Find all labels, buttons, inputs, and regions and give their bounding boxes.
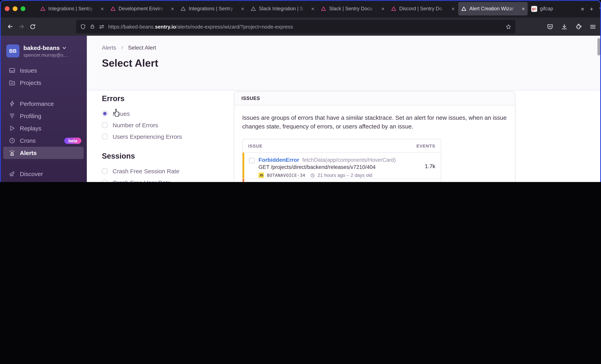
profiling-icon — [9, 113, 15, 119]
radio-users-experiencing-errors[interactable]: Users Experiencing Errors — [102, 131, 225, 142]
radio-dot[interactable] — [102, 134, 108, 140]
tab-title: Slack Integration | S — [259, 6, 309, 11]
menu-hamburger-icon[interactable] — [590, 23, 596, 30]
tab-title: Slack | Sentry Docu — [329, 6, 379, 11]
tab-gifcap[interactable]: gc gifcap — [529, 2, 581, 15]
traffic-lights — [5, 6, 25, 11]
table-row: ForbiddenErrorfetchData(app/components/H… — [243, 153, 441, 179]
org-name: baked-beans — [23, 44, 60, 51]
pocket-icon[interactable] — [547, 23, 553, 30]
sidebar-item-label: Issues — [20, 67, 37, 74]
tab-close-icon[interactable]: × — [101, 6, 104, 11]
breadcrumb-alerts-link[interactable]: Alerts — [102, 44, 116, 51]
issue-preview-table: ISSUE EVENTS ForbiddenErrorfetchData(app… — [242, 139, 441, 182]
breadcrumb: Alerts Select Alert — [102, 44, 601, 51]
tab-integrations-2[interactable]: Integrations | Sentry × — [178, 2, 247, 15]
sidebar-item-issues[interactable]: Issues — [3, 64, 84, 77]
browser-window: Integrations | Sentry × Development Envi… — [0, 0, 601, 182]
performance-lightning-icon — [9, 100, 15, 107]
url-text[interactable]: https://baked-beans.sentry.io/alerts/nod… — [108, 24, 502, 30]
radio-dot[interactable] — [102, 111, 108, 117]
tab-slack-integration[interactable]: Slack Integration | S × — [248, 2, 317, 15]
tab-strip: Integrations | Sentry × Development Envi… — [37, 0, 581, 18]
bookmark-star-icon[interactable] — [505, 24, 511, 30]
sidebar-item-projects[interactable]: Projects — [3, 77, 84, 89]
sidebar-item-replays[interactable]: Replays — [3, 122, 84, 134]
tab-alert-creation-wizard[interactable]: Alert Creation Wizar × — [458, 2, 528, 15]
tab-close-icon[interactable]: × — [171, 6, 174, 11]
tab-slack-docs[interactable]: Slack | Sentry Docu × — [318, 2, 387, 15]
replays-play-icon — [9, 125, 15, 132]
sentry-tab-icon — [110, 6, 116, 11]
back-icon[interactable] — [5, 21, 16, 32]
tab-close-icon[interactable]: × — [311, 6, 314, 11]
shield-icon[interactable] — [80, 24, 86, 30]
close-window-button[interactable] — [5, 6, 10, 11]
page-scrollbar[interactable] — [597, 38, 600, 56]
tab-close-icon[interactable]: × — [381, 6, 385, 11]
platform-js-icon: JS — [259, 172, 264, 178]
beta-badge: beta — [64, 137, 81, 144]
tab-integrations-1[interactable]: Integrations | Sentry × — [37, 2, 107, 15]
tab-close-icon[interactable]: × — [451, 6, 455, 11]
clock-icon — [311, 173, 315, 177]
new-tab-button[interactable]: + — [590, 5, 593, 12]
minimize-window-button[interactable] — [13, 6, 18, 11]
permissions-toggle-icon[interactable] — [99, 24, 105, 30]
radio-issues[interactable]: Issues — [102, 108, 225, 119]
list-tabs-icon[interactable] — [599, 6, 601, 11]
issue-level-bar — [243, 179, 244, 182]
radio-dot[interactable] — [102, 168, 108, 174]
tab-discord-docs[interactable]: Discord | Sentry Do × — [388, 2, 458, 15]
issue-events-count: 1.7k — [425, 163, 435, 169]
sidebar-item-discover[interactable]: Discover — [3, 168, 84, 180]
gifcap-tab-icon: gc — [531, 6, 537, 12]
tab-development-environment[interactable]: Development Enviro × — [107, 2, 177, 15]
url-bar[interactable]: https://baked-beans.sentry.io/alerts/nod… — [76, 20, 515, 33]
radio-crash-free-session-rate[interactable]: Crash Free Session Rate — [102, 165, 225, 177]
section-title-sessions: Sessions — [102, 152, 225, 161]
reload-icon[interactable] — [27, 21, 38, 32]
sidebar-item-label: Discover — [20, 171, 43, 177]
tab-close-icon[interactable]: × — [241, 6, 244, 11]
tab-title: Integrations | Sentry — [189, 6, 238, 11]
forward-icon[interactable] — [16, 21, 27, 32]
org-avatar: BB — [6, 44, 20, 58]
sidebar-item-profiling[interactable]: Profiling — [3, 110, 84, 122]
column-header-events: EVENTS — [416, 143, 435, 148]
sidebar-item-label: Crons — [20, 137, 36, 144]
panel-description: Issues are groups of errors that have a … — [242, 113, 507, 131]
sentry-tab-icon — [461, 6, 467, 11]
column-header-issue: ISSUE — [248, 143, 262, 148]
discover-telescope-icon — [9, 171, 15, 177]
alert-type-filters: Errors Issues Number of Errors Users Exp… — [102, 94, 225, 182]
breadcrumb-current: Select Alert — [128, 44, 156, 51]
section-title-errors: Errors — [102, 94, 225, 103]
org-switcher[interactable]: BB baked-beans spencer.murray@s… — [0, 41, 87, 64]
radio-number-of-errors[interactable]: Number of Errors — [102, 119, 225, 131]
projects-icon — [9, 79, 15, 86]
issue-link[interactable]: ForbiddenError — [259, 157, 299, 163]
sentry-sidebar: BB baked-beans spencer.murray@s… Issues … — [0, 36, 87, 182]
issue-request: GET /projects/direct/backend/releases/v7… — [259, 164, 417, 170]
crons-clock-icon — [9, 137, 15, 144]
tab-close-icon[interactable]: × — [581, 5, 584, 12]
downloads-icon[interactable] — [561, 23, 568, 30]
sidebar-item-dashboards[interactable]: Dashboards — [3, 180, 84, 182]
extensions-puzzle-icon[interactable] — [575, 23, 582, 30]
tab-bar: Integrations | Sentry × Development Envi… — [0, 0, 601, 18]
user-email: spencer.murray@s… — [23, 52, 68, 58]
radio-crash-free-user-rate[interactable]: Crash Free User Rate — [102, 177, 225, 182]
radio-dot[interactable] — [102, 180, 108, 182]
sidebar-item-crons[interactable]: Crons beta — [3, 134, 84, 147]
tab-close-icon[interactable]: × — [522, 6, 525, 11]
sidebar-item-alerts[interactable]: Alerts — [3, 147, 84, 159]
zoom-window-button[interactable] — [21, 6, 25, 11]
tab-title: Development Enviro — [119, 6, 168, 11]
radio-dot[interactable] — [102, 122, 108, 128]
lock-icon[interactable] — [90, 24, 95, 29]
sidebar-item-performance[interactable]: Performance — [3, 98, 84, 110]
issue-age: 21 hours ago – 2 days old — [318, 172, 372, 178]
sidebar-item-label: Projects — [20, 79, 41, 86]
issue-checkbox[interactable] — [249, 158, 254, 163]
